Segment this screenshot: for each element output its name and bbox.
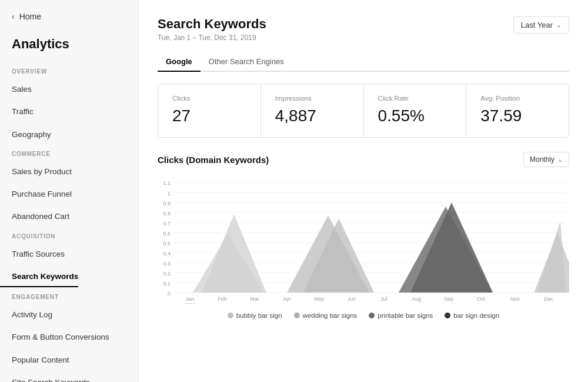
- sidebar-item-search-keywords-wrapper: Search Keywords: [0, 265, 138, 289]
- svg-text:Nov: Nov: [510, 296, 520, 302]
- svg-text:Dec: Dec: [544, 296, 554, 302]
- chart-header: Clicks (Domain Keywords) Monthly ⌄: [158, 152, 569, 167]
- svg-text:Jul: Jul: [380, 296, 387, 302]
- sidebar-item-popular-content-wrapper: Popular Content: [0, 349, 138, 371]
- legend-bar-sign-design: bar sign design: [445, 312, 499, 319]
- svg-text:Aug: Aug: [412, 296, 421, 302]
- svg-marker-43: [381, 202, 519, 293]
- svg-text:1: 1: [168, 191, 171, 197]
- stat-clicks: Clicks 27: [158, 84, 261, 137]
- svg-text:Sep: Sep: [444, 296, 453, 302]
- section-label-commerce: COMMERCE: [0, 146, 138, 161]
- date-filter-label: Last Year: [521, 21, 553, 29]
- home-link[interactable]: ‹ Home: [0, 0, 138, 31]
- sidebar-item-traffic-wrapper: Traffic: [0, 101, 138, 123]
- stat-impressions-label: Impressions: [275, 95, 349, 102]
- sidebar-item-purchase-funnel-wrapper: Purchase Funnel: [0, 183, 138, 205]
- legend-bubbly: bubbly bar sign: [228, 312, 282, 319]
- stat-clicks-label: Clicks: [172, 95, 246, 102]
- legend-dot-bubbly: [228, 313, 233, 318]
- sidebar-title: Analytics: [0, 31, 138, 64]
- main-content: Search Keywords Tue, Jan 1 – Tue, Dec 31…: [139, 0, 588, 382]
- sidebar-item-popular-content[interactable]: Popular Content: [0, 351, 138, 370]
- section-label-overview: OVERVIEW: [0, 64, 138, 78]
- stat-clicks-value: 27: [172, 107, 246, 125]
- svg-text:Feb: Feb: [218, 296, 227, 302]
- legend-label-wedding: wedding bar signs: [303, 312, 358, 319]
- svg-marker-44: [516, 221, 566, 293]
- chart-legend: bubbly bar sign wedding bar signs printa…: [158, 312, 569, 319]
- stat-avg-position-value: 37.59: [480, 107, 554, 125]
- page-subtitle: Tue, Jan 1 – Tue, Dec 31, 2019: [158, 34, 266, 42]
- legend-printable: printable bar signs: [369, 312, 433, 319]
- legend-dot-bar-sign-design: [445, 313, 450, 318]
- sidebar-item-activity-log-wrapper: Activity Log: [0, 304, 138, 326]
- sidebar-item-sales[interactable]: Sales: [0, 80, 138, 99]
- chart-container: 1.1 1 0.9 0.8 0.7 0.6 0.5 0.4 0.3 0.2 0.…: [158, 174, 569, 319]
- tab-other-search[interactable]: Other Search Engines: [201, 52, 292, 72]
- sidebar-item-sales-product-wrapper: Sales by Product: [0, 161, 138, 183]
- svg-text:Apr: Apr: [283, 296, 291, 302]
- chart-filter-label: Monthly: [530, 155, 554, 164]
- sidebar-item-site-search[interactable]: Site Search Keywords: [0, 373, 138, 382]
- sidebar-item-traffic[interactable]: Traffic: [0, 102, 138, 121]
- svg-text:2019: 2019: [185, 302, 195, 304]
- section-label-acquisition: ACQUISITION: [0, 228, 138, 243]
- sidebar-item-sales-wrapper: Sales: [0, 78, 138, 101]
- tabs-bar: Google Other Search Engines: [158, 52, 569, 72]
- svg-text:0.5: 0.5: [163, 241, 171, 247]
- legend-label-bubbly: bubbly bar sign: [236, 312, 282, 319]
- legend-label-bar-sign-design: bar sign design: [453, 312, 499, 319]
- stat-impressions-value: 4,887: [275, 107, 349, 125]
- chart-title: Clicks (Domain Keywords): [158, 155, 269, 165]
- sidebar-item-search-keywords[interactable]: Search Keywords: [0, 267, 78, 287]
- legend-dot-wedding: [294, 313, 300, 318]
- svg-text:Jun: Jun: [348, 296, 356, 302]
- svg-text:0.8: 0.8: [163, 211, 171, 217]
- sidebar-item-purchase-funnel[interactable]: Purchase Funnel: [0, 185, 138, 204]
- svg-text:0.3: 0.3: [163, 261, 171, 267]
- sidebar-item-form-button[interactable]: Form & Button Conversions: [0, 328, 138, 347]
- sidebar-item-geography[interactable]: Geography: [0, 125, 138, 144]
- sidebar-item-activity-log[interactable]: Activity Log: [0, 305, 138, 324]
- sidebar-item-abandoned-cart[interactable]: Abandoned Cart: [0, 207, 138, 226]
- sidebar-item-traffic-sources[interactable]: Traffic Sources: [0, 245, 138, 264]
- chevron-down-icon: ⌄: [557, 156, 563, 164]
- sidebar-item-abandoned-cart-wrapper: Abandoned Cart: [0, 205, 138, 228]
- svg-text:0: 0: [168, 291, 171, 297]
- svg-marker-41: [174, 214, 302, 293]
- page-header: Search Keywords Tue, Jan 1 – Tue, Dec 31…: [158, 16, 569, 42]
- sidebar-item-traffic-sources-wrapper: Traffic Sources: [0, 243, 138, 265]
- legend-wedding: wedding bar signs: [294, 312, 358, 319]
- home-icon: ‹: [12, 12, 15, 21]
- tab-google[interactable]: Google: [158, 52, 201, 72]
- legend-label-printable: printable bar signs: [377, 312, 433, 319]
- sidebar-item-site-search-wrapper: Site Search Keywords: [0, 371, 138, 382]
- home-label: Home: [19, 12, 41, 21]
- legend-dot-printable: [369, 313, 375, 318]
- svg-text:0.2: 0.2: [163, 271, 171, 277]
- svg-text:Jan: Jan: [186, 296, 195, 302]
- chevron-down-icon: ⌄: [556, 21, 562, 29]
- svg-text:May: May: [314, 296, 325, 302]
- sidebar-item-sales-product[interactable]: Sales by Product: [0, 162, 138, 181]
- stat-click-rate: Click Rate 0.55%: [364, 84, 467, 137]
- svg-text:1.1: 1.1: [163, 180, 171, 186]
- stat-avg-position: Avg. Position 37.59: [466, 84, 569, 137]
- chart-filter-button[interactable]: Monthly ⌄: [523, 152, 569, 167]
- stat-click-rate-value: 0.55%: [378, 107, 452, 125]
- stat-impressions: Impressions 4,887: [261, 84, 364, 137]
- sidebar: ‹ Home Analytics OVERVIEW Sales Traffic …: [0, 0, 139, 382]
- date-filter-button[interactable]: Last Year ⌄: [513, 16, 569, 34]
- section-label-engagement: ENGAGEMENT: [0, 289, 138, 304]
- sidebar-item-form-button-wrapper: Form & Button Conversions: [0, 326, 138, 348]
- sidebar-item-geography-wrapper: Geography: [0, 124, 138, 146]
- page-title-block: Search Keywords Tue, Jan 1 – Tue, Dec 31…: [158, 16, 266, 42]
- chart-svg: 1.1 1 0.9 0.8 0.7 0.6 0.5 0.4 0.3 0.2 0.…: [158, 174, 569, 304]
- svg-text:0.9: 0.9: [163, 201, 171, 207]
- stat-click-rate-label: Click Rate: [378, 95, 452, 102]
- svg-text:Oct: Oct: [477, 296, 486, 302]
- svg-text:0.1: 0.1: [163, 281, 171, 287]
- svg-text:0.7: 0.7: [163, 221, 171, 227]
- page-title: Search Keywords: [158, 16, 266, 32]
